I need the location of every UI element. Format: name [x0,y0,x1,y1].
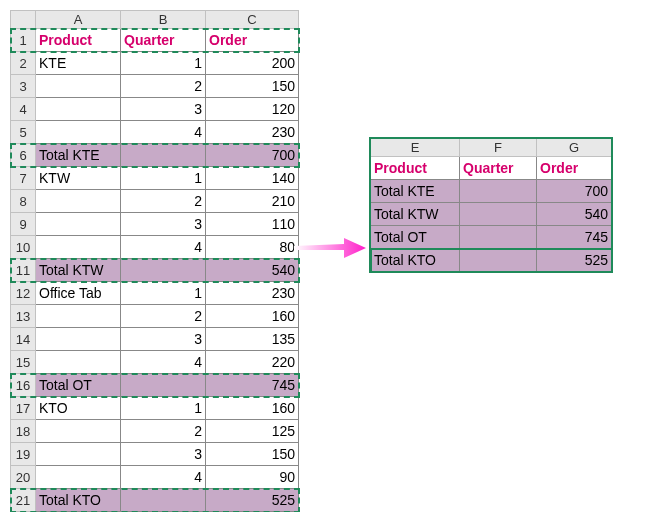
cell-g2[interactable]: 700 [537,180,612,203]
cell-c5[interactable]: 230 [206,121,299,144]
row-header[interactable]: 5 [11,121,36,144]
cell-b6[interactable] [121,144,206,167]
cell-a13[interactable] [36,305,121,328]
cell-e3[interactable]: Total KTW [371,203,460,226]
cell-a20[interactable] [36,466,121,489]
cell-b13[interactable]: 2 [121,305,206,328]
cell-c2[interactable]: 200 [206,52,299,75]
cell-b17[interactable]: 1 [121,397,206,420]
cell-c17[interactable]: 160 [206,397,299,420]
cell-b12[interactable]: 1 [121,282,206,305]
col-header-c[interactable]: C [206,11,299,29]
col-header-b[interactable]: B [121,11,206,29]
cell-c7[interactable]: 140 [206,167,299,190]
cell-b19[interactable]: 3 [121,443,206,466]
row-header[interactable]: 4 [11,98,36,121]
cell-f-hdr[interactable]: Quarter [460,157,537,180]
cell-c20[interactable]: 90 [206,466,299,489]
row-header[interactable]: 3 [11,75,36,98]
select-all-corner[interactable] [11,11,36,29]
col-header-e[interactable]: E [371,139,460,157]
cell-a5[interactable] [36,121,121,144]
cell-b11[interactable] [121,259,206,282]
cell-a2[interactable]: KTE [36,52,121,75]
cell-c19[interactable]: 150 [206,443,299,466]
col-header-g[interactable]: G [537,139,612,157]
cell-b8[interactable]: 2 [121,190,206,213]
cell-c15[interactable]: 220 [206,351,299,374]
cell-b3[interactable]: 2 [121,75,206,98]
cell-a18[interactable] [36,420,121,443]
cell-a4[interactable] [36,98,121,121]
source-spreadsheet[interactable]: A B C 1 Product Quarter Order 2KTE120032… [10,10,299,512]
row-header[interactable]: 18 [11,420,36,443]
cell-b10[interactable]: 4 [121,236,206,259]
row-header[interactable]: 10 [11,236,36,259]
cell-f3[interactable] [460,203,537,226]
cell-g3[interactable]: 540 [537,203,612,226]
cell-c13[interactable]: 160 [206,305,299,328]
row-header[interactable]: 6 [11,144,36,167]
cell-e4[interactable]: Total OT [371,226,460,249]
cell-a10[interactable] [36,236,121,259]
cell-c21[interactable]: 525 [206,489,299,512]
cell-e5[interactable]: Total KTO [371,249,460,272]
row-header[interactable]: 12 [11,282,36,305]
cell-b7[interactable]: 1 [121,167,206,190]
cell-c11[interactable]: 540 [206,259,299,282]
cell-c9[interactable]: 110 [206,213,299,236]
row-header[interactable]: 20 [11,466,36,489]
cell-a16[interactable]: Total OT [36,374,121,397]
row-header[interactable]: 19 [11,443,36,466]
row-header[interactable]: 21 [11,489,36,512]
row-header[interactable]: 13 [11,305,36,328]
cell-c8[interactable]: 210 [206,190,299,213]
cell-a3[interactable] [36,75,121,98]
cell-c16[interactable]: 745 [206,374,299,397]
cell-a14[interactable] [36,328,121,351]
cell-c3[interactable]: 150 [206,75,299,98]
cell-a21[interactable]: Total KTO [36,489,121,512]
cell-b1[interactable]: Quarter [121,29,206,52]
cell-b2[interactable]: 1 [121,52,206,75]
row-header[interactable]: 2 [11,52,36,75]
cell-g-hdr[interactable]: Order [537,157,612,180]
cell-c18[interactable]: 125 [206,420,299,443]
row-header[interactable]: 7 [11,167,36,190]
col-header-a[interactable]: A [36,11,121,29]
cell-b9[interactable]: 3 [121,213,206,236]
cell-b14[interactable]: 3 [121,328,206,351]
cell-a15[interactable] [36,351,121,374]
cell-a11[interactable]: Total KTW [36,259,121,282]
cell-g5[interactable]: 525 [537,249,612,272]
cell-b20[interactable]: 4 [121,466,206,489]
cell-b21[interactable] [121,489,206,512]
row-header[interactable]: 9 [11,213,36,236]
cell-c1[interactable]: Order [206,29,299,52]
cell-a7[interactable]: KTW [36,167,121,190]
row-header[interactable]: 14 [11,328,36,351]
result-spreadsheet[interactable]: E F G Product Quarter Order Total KTE700… [370,138,612,272]
row-header[interactable]: 11 [11,259,36,282]
row-header[interactable]: 16 [11,374,36,397]
cell-a8[interactable] [36,190,121,213]
cell-g4[interactable]: 745 [537,226,612,249]
cell-a6[interactable]: Total KTE [36,144,121,167]
cell-c6[interactable]: 700 [206,144,299,167]
row-header[interactable]: 8 [11,190,36,213]
col-header-f[interactable]: F [460,139,537,157]
cell-c10[interactable]: 80 [206,236,299,259]
cell-c14[interactable]: 135 [206,328,299,351]
cell-f5[interactable] [460,249,537,272]
cell-a12[interactable]: Office Tab [36,282,121,305]
row-header[interactable]: 15 [11,351,36,374]
cell-b18[interactable]: 2 [121,420,206,443]
cell-b5[interactable]: 4 [121,121,206,144]
cell-b15[interactable]: 4 [121,351,206,374]
cell-e2[interactable]: Total KTE [371,180,460,203]
cell-f2[interactable] [460,180,537,203]
cell-c12[interactable]: 230 [206,282,299,305]
row-header[interactable]: 1 [11,29,36,52]
cell-f4[interactable] [460,226,537,249]
row-header[interactable]: 17 [11,397,36,420]
